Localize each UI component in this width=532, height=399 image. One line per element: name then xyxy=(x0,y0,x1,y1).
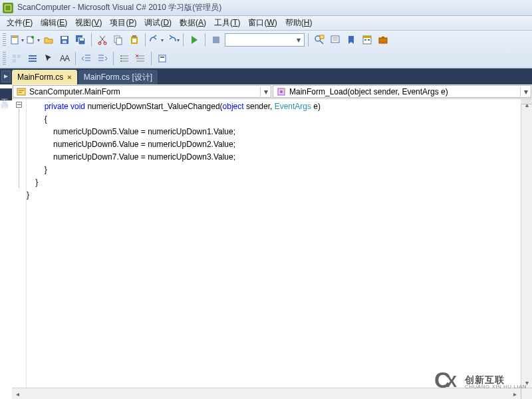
scroll-left-button[interactable]: ◂ xyxy=(12,388,23,399)
menu-bar: 文件(F) 编辑(E) 视图(V) 项目(P) 调试(D) 数据(A) 工具(T… xyxy=(0,16,532,31)
watermark-cn: 创新互联 xyxy=(465,375,527,384)
new-project-button[interactable]: ▾ xyxy=(9,33,24,47)
code-nav-bar: ScanComputer.MainForm ▾ MainForm_Load(ob… xyxy=(12,84,532,99)
toolbar-grip[interactable] xyxy=(3,52,6,65)
tab-label: MainForm.cs xyxy=(17,72,63,82)
bookmark-button[interactable] xyxy=(344,33,358,47)
toggle-bookmark-button[interactable] xyxy=(155,51,170,66)
svg-rect-1 xyxy=(12,37,17,38)
uncomment-button[interactable] xyxy=(133,51,148,66)
toolbar-container: ▾ ▾ ▾ ▾ ▾ AA xyxy=(0,31,532,68)
svg-rect-34 xyxy=(159,55,166,62)
properties-button[interactable] xyxy=(360,33,374,47)
svg-point-32 xyxy=(120,58,122,59)
undo-button[interactable]: ▾ xyxy=(149,33,164,47)
side-panel-toggle[interactable] xyxy=(1,70,11,82)
member-selector[interactable]: MainForm_Load(object sender, EventArgs e… xyxy=(273,85,531,98)
toolbar-separator xyxy=(113,52,114,65)
menu-debug[interactable]: 调试(D) xyxy=(140,16,176,30)
copy-button[interactable] xyxy=(111,33,126,47)
watermark-logo xyxy=(434,371,461,394)
toolbar-separator xyxy=(205,33,205,47)
svg-rect-22 xyxy=(364,39,366,41)
chevron-down-icon: ▾ xyxy=(297,35,301,45)
add-item-button[interactable]: ▾ xyxy=(25,33,40,47)
menu-project[interactable]: 项目(P) xyxy=(106,16,140,30)
svg-rect-18 xyxy=(320,35,324,39)
svg-rect-25 xyxy=(382,37,384,39)
svg-rect-15 xyxy=(132,39,136,43)
redo-button[interactable]: ▾ xyxy=(165,33,180,47)
svg-point-33 xyxy=(120,61,122,62)
vertical-scrollbar[interactable]: ▴ ▾ xyxy=(521,99,532,399)
font-size-button[interactable]: AA xyxy=(57,51,72,66)
open-button[interactable] xyxy=(41,33,56,47)
close-icon[interactable]: × xyxy=(67,73,71,81)
toolbar-separator xyxy=(91,33,92,47)
menu-file[interactable]: 文件(F) xyxy=(3,16,37,30)
toolbar-separator xyxy=(308,33,309,47)
svg-rect-27 xyxy=(17,55,21,58)
class-view-button[interactable] xyxy=(25,51,40,66)
menu-data[interactable]: 数据(A) xyxy=(176,16,210,30)
svg-rect-12 xyxy=(116,38,122,45)
toolbar-row-2: AA xyxy=(0,49,532,68)
code-text[interactable]: private void numericUpDownStart_ValueCha… xyxy=(27,99,521,399)
tab-mainform-designer[interactable]: MainForm.cs [设计] xyxy=(78,70,158,84)
chevron-down-icon: ▾ xyxy=(260,87,271,96)
class-selector[interactable]: ScanComputer.MainForm ▾ xyxy=(13,85,271,98)
title-bar: ScanComputer - Microsoft Visual C# 2010 … xyxy=(0,0,532,16)
menu-view[interactable]: 视图(V) xyxy=(71,16,106,30)
svg-text:A: A xyxy=(65,54,70,63)
cut-button[interactable] xyxy=(95,33,110,47)
toolbar-grip[interactable] xyxy=(3,33,6,47)
svg-rect-8 xyxy=(80,39,84,41)
fold-toggle[interactable]: − xyxy=(16,102,22,108)
toolbar-separator xyxy=(145,33,146,47)
toolbar-separator xyxy=(151,52,152,65)
toolbox-side-tab[interactable]: 工具箱 xyxy=(0,88,12,100)
menu-tools[interactable]: 工具(T) xyxy=(210,16,244,30)
method-icon xyxy=(276,86,287,97)
member-name: MainForm_Load(object sender, EventArgs e… xyxy=(289,87,520,96)
toolbar-separator xyxy=(75,52,76,65)
comment-button[interactable] xyxy=(328,33,342,47)
tab-label: MainForm.cs [设计] xyxy=(84,72,152,83)
svg-rect-19 xyxy=(331,36,339,43)
stop-debug-button[interactable] xyxy=(209,33,223,47)
svg-rect-4 xyxy=(62,37,67,39)
svg-point-38 xyxy=(280,90,283,93)
menu-window[interactable]: 窗口(W) xyxy=(244,16,281,30)
class-icon xyxy=(16,86,27,97)
start-debug-button[interactable] xyxy=(187,33,201,47)
find-in-files-button[interactable] xyxy=(312,33,327,47)
watermark-en: CHUANG XIN HU LIAN xyxy=(465,384,527,390)
toolbox-button[interactable] xyxy=(376,33,390,47)
select-tool-button[interactable] xyxy=(41,51,56,66)
svg-rect-28 xyxy=(13,59,16,63)
window-title: ScanComputer - Microsoft Visual C# 2010 … xyxy=(17,2,221,13)
svg-rect-35 xyxy=(160,57,164,58)
increase-indent-button[interactable] xyxy=(95,51,110,66)
svg-rect-14 xyxy=(132,35,136,37)
save-button[interactable] xyxy=(57,33,72,47)
svg-rect-5 xyxy=(63,41,66,43)
paste-button[interactable] xyxy=(127,33,142,47)
configuration-combo[interactable] xyxy=(225,33,305,47)
comment-out-button[interactable] xyxy=(117,51,132,66)
svg-rect-24 xyxy=(379,38,387,43)
fold-guide xyxy=(19,108,19,188)
toolbar-separator xyxy=(183,33,184,47)
code-editor[interactable]: − private void numericUpDownStart_ValueC… xyxy=(12,99,532,399)
menu-help[interactable]: 帮助(H) xyxy=(281,16,317,30)
svg-rect-21 xyxy=(363,36,371,38)
watermark: 创新互联 CHUANG XIN HU LIAN xyxy=(434,371,527,394)
object-browser-button[interactable] xyxy=(9,51,24,66)
save-all-button[interactable] xyxy=(73,33,88,47)
splitter-handle[interactable] xyxy=(521,99,532,104)
fold-gutter[interactable]: − xyxy=(12,99,27,399)
menu-edit[interactable]: 编辑(E) xyxy=(37,16,71,30)
decrease-indent-button[interactable] xyxy=(79,51,94,66)
svg-point-31 xyxy=(120,55,122,57)
tab-mainform-cs[interactable]: MainForm.cs × xyxy=(12,70,77,84)
